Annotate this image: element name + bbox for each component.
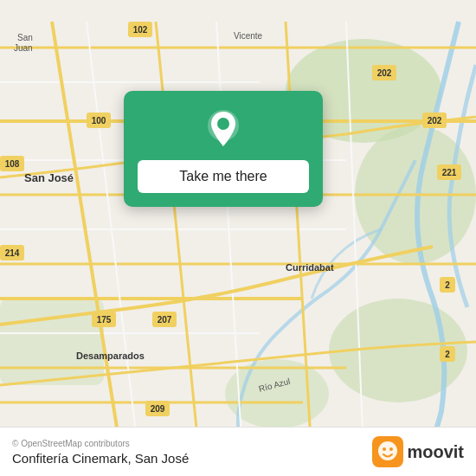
svg-text:202: 202 <box>377 68 392 78</box>
map-attribution: © OpenStreetMap contributors <box>12 439 189 448</box>
pin-icon <box>203 108 244 150</box>
location-name: Confitería Cinemark, San José <box>12 451 189 466</box>
svg-point-51 <box>383 447 386 451</box>
moovit-icon <box>372 436 403 467</box>
svg-text:Juan: Juan <box>14 43 33 53</box>
svg-text:San: San <box>17 33 33 42</box>
svg-text:San José: San José <box>24 171 74 184</box>
moovit-text: moovit <box>407 442 464 462</box>
svg-text:Desamparados: Desamparados <box>76 351 145 361</box>
map-container: 102 108 100 202 202 221 214 175 207 2 2 <box>0 0 476 476</box>
location-card: Take me there <box>124 91 323 207</box>
svg-point-52 <box>389 447 393 451</box>
location-info: © OpenStreetMap contributors Confitería … <box>12 439 189 466</box>
svg-text:2: 2 <box>445 350 450 359</box>
svg-text:102: 102 <box>133 25 148 35</box>
svg-point-49 <box>217 118 229 130</box>
svg-text:100: 100 <box>92 116 106 125</box>
svg-rect-4 <box>0 299 104 385</box>
bottom-bar: © OpenStreetMap contributors Confitería … <box>0 427 476 476</box>
svg-text:221: 221 <box>442 168 457 177</box>
svg-text:207: 207 <box>158 315 172 325</box>
svg-text:108: 108 <box>5 159 20 169</box>
moovit-logo: moovit <box>372 436 464 467</box>
svg-text:2: 2 <box>445 280 450 290</box>
svg-text:202: 202 <box>428 116 442 125</box>
svg-text:175: 175 <box>97 315 112 325</box>
map-svg: 102 108 100 202 202 221 214 175 207 2 2 <box>0 0 476 476</box>
svg-text:209: 209 <box>151 404 165 414</box>
svg-text:214: 214 <box>5 248 20 258</box>
svg-text:Vicente: Vicente <box>234 31 263 41</box>
svg-text:Curridabat: Curridabat <box>286 262 334 273</box>
take-me-there-button[interactable]: Take me there <box>138 160 309 193</box>
svg-point-50 <box>378 441 397 460</box>
